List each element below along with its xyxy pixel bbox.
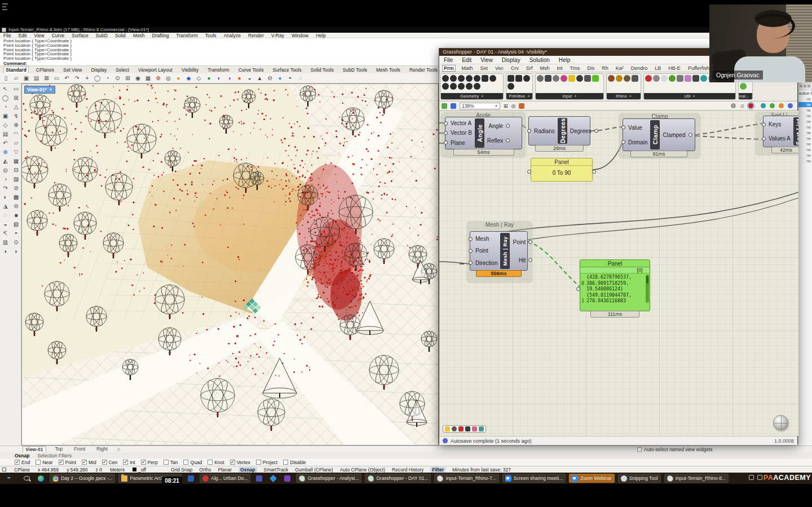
port-degrees[interactable]: Degrees (570, 128, 592, 134)
checkbox-icon[interactable] (256, 460, 261, 465)
osnap-filter-checkbox[interactable]: Vertex (230, 460, 250, 465)
taskbar-item[interactable] (21, 474, 32, 483)
port-radians[interactable]: Radians (534, 128, 555, 134)
checkbox-icon[interactable] (164, 460, 169, 465)
panel-point-data[interactable]: Panel {0} {420.6278796537, 0306.90917182… (580, 259, 650, 311)
side-panel-row[interactable]: ne (798, 125, 812, 130)
rhino-menu-item[interactable]: Mesh (133, 33, 145, 38)
statusbar-toggle[interactable]: Grid Snap (171, 467, 192, 473)
checkbox-icon[interactable] (123, 460, 128, 465)
side-panel-row[interactable]: ne (798, 136, 812, 142)
tab-selection-filters[interactable]: Selection Filters (37, 453, 71, 458)
taskbar-item[interactable]: Grasshopper - DAY 01... (365, 474, 431, 483)
component-clamp[interactable]: Value Domain Clamp Clamped 91ms (623, 118, 695, 151)
checkbox-icon[interactable] (183, 460, 188, 465)
port-mesh[interactable]: Mesh (475, 236, 489, 242)
microphone-icon[interactable] (749, 475, 754, 480)
taskbar-item[interactable]: Input-Terrain_Rhino-8... (664, 474, 729, 483)
checkbox-icon[interactable] (15, 460, 20, 465)
rhino-menu-item[interactable]: Transform (176, 33, 197, 38)
rhino-menu-item[interactable]: SubD (96, 33, 108, 38)
checkbox-icon[interactable] (637, 447, 642, 452)
add-viewport-icon[interactable]: ◇ (117, 447, 121, 452)
taskbar-item[interactable]: Snipping Tool (618, 474, 661, 483)
toolbar-tab[interactable]: Surface Tools (271, 67, 303, 73)
toolbar-tab[interactable]: Solid Tools (309, 67, 336, 73)
osnap-filter-checkbox[interactable]: Disable (283, 460, 306, 465)
zoom-extents-icon[interactable]: ⊞ (504, 103, 508, 109)
component-name-bar[interactable]: Sort List (793, 117, 798, 146)
category-tab[interactable]: Srf (525, 65, 534, 71)
sketch-pen-icon[interactable] (519, 103, 524, 109)
save-file-icon[interactable] (451, 103, 456, 109)
preview-off-icon[interactable] (731, 103, 736, 108)
port-domain[interactable]: Domain (628, 139, 647, 146)
osnap-filter-checkbox[interactable]: Int (123, 460, 135, 465)
port-value[interactable]: Value (628, 125, 642, 131)
preview-shaded-icon[interactable] (748, 103, 753, 108)
taskbar-item[interactable] (36, 474, 46, 483)
statusbar-toggle[interactable]: Record History (392, 467, 423, 473)
viewport-tab[interactable]: Right (94, 446, 110, 452)
statusbar-toggle[interactable]: Minutes from last save: 327 (452, 467, 511, 473)
side-panel-row[interactable]: ne (798, 142, 812, 147)
auto-select-option[interactable]: Auto-select named view widgets (637, 447, 712, 452)
rhino-menu-item[interactable]: Curve (52, 33, 65, 38)
taskbar-item[interactable]: Day 2 – Google диск -... (50, 474, 115, 483)
expand-plus-icon[interactable]: + (574, 94, 576, 99)
port-keys[interactable]: Keys (769, 121, 781, 127)
component-name-bar[interactable]: Clamp (650, 120, 660, 149)
component-name-bar[interactable]: Mesh | Ray (500, 233, 510, 269)
ribbon-group-icons[interactable] (536, 74, 603, 93)
open-file-icon[interactable] (442, 103, 447, 109)
taskbar-item[interactable] (5, 474, 18, 483)
port-values-a[interactable]: Values A (769, 135, 791, 142)
side-panel-row[interactable]: ne (798, 96, 812, 102)
zoom-level-select[interactable]: 138% ▼ (460, 103, 500, 109)
category-tab[interactable]: Math (461, 65, 474, 71)
statusbar-units[interactable]: Meters (110, 467, 125, 473)
port-vector-b[interactable]: Vector B (451, 130, 472, 136)
osnap-filter-checkbox[interactable]: Cen (102, 460, 118, 465)
checkbox-icon[interactable] (36, 460, 41, 465)
statusbar-toggle[interactable]: Ortho (199, 467, 211, 473)
grasshopper-menu-item[interactable]: Display (502, 57, 520, 63)
rhino-menu-item[interactable]: File (3, 33, 11, 38)
category-tab[interactable]: Rh (601, 65, 610, 71)
rhino-menu-item[interactable]: Help (316, 33, 325, 38)
category-tab[interactable]: Prm (442, 65, 456, 72)
toolbar-tab[interactable]: CPlanes (34, 67, 56, 73)
ribbon-group-icons[interactable] (607, 74, 641, 93)
category-tab[interactable]: Ka² (615, 65, 625, 71)
component-name-bar[interactable]: Degrees (558, 118, 567, 144)
gem-green-icon[interactable] (770, 103, 775, 108)
statusbar-toggle[interactable]: Auto CPlane (Object) (340, 467, 385, 473)
grasshopper-menu-item[interactable]: Help (559, 57, 571, 63)
side-panel-row[interactable]: ne (798, 130, 812, 136)
category-tab[interactable]: Int (556, 65, 564, 71)
expand-plus-icon[interactable]: + (527, 94, 529, 99)
rhino-title-bar[interactable]: Input-Terrain_Rhino-8.3dm (17 MB) - Rhin… (0, 27, 812, 33)
gem-orange-icon[interactable] (779, 103, 784, 108)
grasshopper-menu-item[interactable]: View (480, 57, 493, 63)
canvas-mini-toolbar[interactable] (443, 425, 486, 433)
category-tab[interactable]: Vec (494, 65, 505, 71)
toolbar-tab[interactable]: Mesh Tools (374, 67, 402, 73)
rhino-menu-item[interactable]: Window (292, 33, 308, 38)
toolbar-tab[interactable]: Display (89, 67, 108, 73)
viewport-tab[interactable]: Top (53, 446, 65, 452)
port-reflex[interactable]: Reflex (487, 138, 503, 144)
side-panel-row[interactable]: ne (798, 113, 812, 119)
layer-color-swatch[interactable] (133, 468, 136, 471)
component-angle[interactable]: Vector A Vector B Plane Angle Angle Refl… (445, 117, 522, 149)
taskbar-item[interactable]: Zoom Webinar (569, 474, 615, 483)
osnap-filter-checkbox[interactable]: End (15, 460, 30, 465)
ribbon-group-icons[interactable] (506, 74, 532, 93)
rhino-menu-item[interactable]: Solid (115, 33, 126, 38)
port-vector-a[interactable]: Vector A (451, 120, 471, 126)
checkbox-icon[interactable] (283, 460, 288, 465)
panel-0-to-90[interactable]: Panel 0 To 90 (531, 158, 593, 182)
osnap-filter-checkbox[interactable]: Knot (208, 460, 224, 465)
category-tab[interactable]: Msh (539, 65, 551, 71)
side-panel-icons[interactable] (798, 83, 812, 90)
